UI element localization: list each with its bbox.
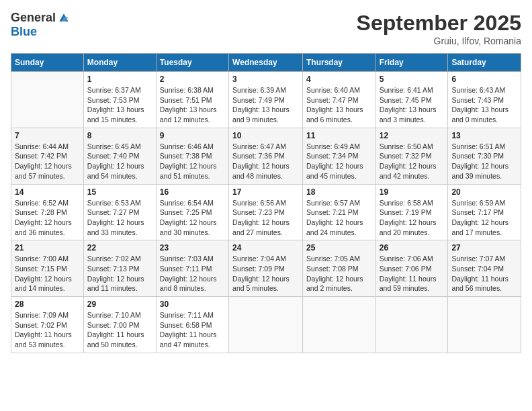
calendar-day: 16Sunrise: 6:54 AMSunset: 7:25 PMDayligh… [156, 184, 228, 240]
day-number: 4 [306, 75, 372, 84]
day-detail: Sunrise: 7:00 AMSunset: 7:15 PMDaylight:… [15, 254, 80, 293]
day-number: 6 [451, 75, 517, 84]
calendar-day: 12Sunrise: 6:50 AMSunset: 7:32 PMDayligh… [375, 128, 448, 184]
day-number: 25 [306, 243, 372, 253]
calendar-day [302, 297, 375, 353]
logo-icon [57, 11, 71, 25]
weekday-header-sunday: Sunday [11, 54, 84, 72]
day-detail: Sunrise: 6:37 AMSunset: 7:53 PMDaylight:… [87, 85, 152, 125]
day-detail: Sunrise: 7:04 AMSunset: 7:09 PMDaylight:… [232, 254, 299, 293]
location-text: Gruiu, Ilfov, Romania [357, 36, 521, 46]
weekday-header-thursday: Thursday [302, 54, 375, 72]
logo: General Blue [11, 11, 71, 39]
month-heading: September 2025 [357, 11, 521, 36]
day-detail: Sunrise: 6:58 AMSunset: 7:19 PMDaylight:… [380, 198, 445, 238]
calendar-day: 2Sunrise: 6:38 AMSunset: 7:51 PMDaylight… [156, 72, 228, 128]
day-detail: Sunrise: 6:52 AMSunset: 7:28 PMDaylight:… [15, 198, 80, 238]
calendar-day: 26Sunrise: 7:06 AMSunset: 7:06 PMDayligh… [375, 240, 448, 297]
day-detail: Sunrise: 6:56 AMSunset: 7:23 PMDaylight:… [232, 198, 299, 238]
day-number: 10 [232, 131, 299, 140]
calendar-day: 30Sunrise: 7:11 AMSunset: 6:58 PMDayligh… [156, 297, 228, 353]
calendar-day: 11Sunrise: 6:49 AMSunset: 7:34 PMDayligh… [302, 128, 375, 184]
day-number: 18 [306, 187, 372, 197]
day-number: 9 [160, 131, 225, 140]
day-detail: Sunrise: 7:05 AMSunset: 7:08 PMDaylight:… [306, 254, 372, 293]
calendar-day [11, 72, 84, 128]
calendar-day: 29Sunrise: 7:10 AMSunset: 7:00 PMDayligh… [83, 297, 156, 353]
day-number: 22 [87, 243, 152, 253]
day-detail: Sunrise: 6:59 AMSunset: 7:17 PMDaylight:… [451, 198, 517, 238]
calendar-day [229, 297, 303, 353]
day-number: 13 [451, 131, 517, 140]
calendar-table: SundayMondayTuesdayWednesdayThursdayFrid… [11, 53, 521, 353]
day-detail: Sunrise: 6:51 AMSunset: 7:30 PMDaylight:… [451, 142, 517, 181]
day-number: 24 [232, 243, 299, 253]
day-number: 16 [160, 187, 225, 197]
day-number: 28 [15, 300, 80, 309]
day-number: 19 [380, 187, 445, 197]
day-detail: Sunrise: 7:07 AMSunset: 7:04 PMDaylight:… [451, 254, 517, 293]
calendar-day: 22Sunrise: 7:02 AMSunset: 7:13 PMDayligh… [83, 240, 156, 297]
weekday-header-monday: Monday [83, 54, 156, 72]
month-title: September 2025 Gruiu, Ilfov, Romania [357, 11, 521, 46]
calendar-day: 18Sunrise: 6:57 AMSunset: 7:21 PMDayligh… [302, 184, 375, 240]
calendar-day: 19Sunrise: 6:58 AMSunset: 7:19 PMDayligh… [375, 184, 448, 240]
logo-general-text: General [11, 11, 56, 25]
calendar-day: 4Sunrise: 6:40 AMSunset: 7:47 PMDaylight… [302, 72, 375, 128]
calendar-week-1: 1Sunrise: 6:37 AMSunset: 7:53 PMDaylight… [11, 72, 521, 128]
day-number: 5 [380, 75, 445, 84]
calendar-day: 5Sunrise: 6:41 AMSunset: 7:45 PMDaylight… [375, 72, 448, 128]
day-detail: Sunrise: 6:47 AMSunset: 7:36 PMDaylight:… [232, 142, 299, 181]
calendar-day: 20Sunrise: 6:59 AMSunset: 7:17 PMDayligh… [448, 184, 521, 240]
calendar-week-3: 14Sunrise: 6:52 AMSunset: 7:28 PMDayligh… [11, 184, 521, 240]
day-number: 11 [306, 131, 372, 140]
day-number: 17 [232, 187, 299, 197]
weekday-header-saturday: Saturday [448, 54, 521, 72]
day-detail: Sunrise: 6:41 AMSunset: 7:45 PMDaylight:… [380, 85, 445, 125]
day-detail: Sunrise: 6:39 AMSunset: 7:49 PMDaylight:… [232, 85, 299, 125]
day-detail: Sunrise: 6:50 AMSunset: 7:32 PMDaylight:… [380, 142, 445, 181]
day-detail: Sunrise: 7:11 AMSunset: 6:58 PMDaylight:… [160, 310, 225, 350]
day-detail: Sunrise: 6:49 AMSunset: 7:34 PMDaylight:… [306, 142, 372, 181]
calendar-day [375, 297, 448, 353]
calendar-day: 9Sunrise: 6:46 AMSunset: 7:38 PMDaylight… [156, 128, 228, 184]
day-number: 27 [451, 243, 517, 253]
logo-blue-text: Blue [11, 25, 37, 39]
day-detail: Sunrise: 7:09 AMSunset: 7:02 PMDaylight:… [15, 310, 80, 350]
day-number: 29 [87, 300, 152, 309]
day-number: 3 [232, 75, 299, 84]
day-detail: Sunrise: 6:53 AMSunset: 7:27 PMDaylight:… [87, 198, 152, 238]
day-detail: Sunrise: 7:10 AMSunset: 7:00 PMDaylight:… [87, 310, 152, 350]
day-detail: Sunrise: 6:43 AMSunset: 7:43 PMDaylight:… [451, 85, 517, 125]
day-number: 1 [87, 75, 152, 84]
day-detail: Sunrise: 6:45 AMSunset: 7:40 PMDaylight:… [87, 142, 152, 181]
day-number: 14 [15, 187, 80, 197]
day-detail: Sunrise: 6:40 AMSunset: 7:47 PMDaylight:… [306, 85, 372, 125]
day-number: 7 [15, 131, 80, 140]
calendar-day: 24Sunrise: 7:04 AMSunset: 7:09 PMDayligh… [229, 240, 303, 297]
day-detail: Sunrise: 7:06 AMSunset: 7:06 PMDaylight:… [380, 254, 445, 293]
calendar-day: 13Sunrise: 6:51 AMSunset: 7:30 PMDayligh… [448, 128, 521, 184]
calendar-day: 17Sunrise: 6:56 AMSunset: 7:23 PMDayligh… [229, 184, 303, 240]
calendar-day: 25Sunrise: 7:05 AMSunset: 7:08 PMDayligh… [302, 240, 375, 297]
page-header: General Blue September 2025 Gruiu, Ilfov… [11, 11, 521, 46]
calendar-week-4: 21Sunrise: 7:00 AMSunset: 7:15 PMDayligh… [11, 240, 521, 297]
day-number: 20 [451, 187, 517, 197]
weekday-header-tuesday: Tuesday [156, 54, 228, 72]
weekday-header-wednesday: Wednesday [229, 54, 303, 72]
day-detail: Sunrise: 6:46 AMSunset: 7:38 PMDaylight:… [160, 142, 225, 181]
calendar-day: 21Sunrise: 7:00 AMSunset: 7:15 PMDayligh… [11, 240, 84, 297]
calendar-day: 14Sunrise: 6:52 AMSunset: 7:28 PMDayligh… [11, 184, 84, 240]
day-number: 2 [160, 75, 225, 84]
calendar-week-5: 28Sunrise: 7:09 AMSunset: 7:02 PMDayligh… [11, 297, 521, 353]
day-number: 8 [87, 131, 152, 140]
day-number: 26 [380, 243, 445, 253]
day-number: 12 [380, 131, 445, 140]
calendar-day: 1Sunrise: 6:37 AMSunset: 7:53 PMDaylight… [83, 72, 156, 128]
day-number: 30 [160, 300, 225, 309]
calendar-day: 8Sunrise: 6:45 AMSunset: 7:40 PMDaylight… [83, 128, 156, 184]
day-detail: Sunrise: 6:57 AMSunset: 7:21 PMDaylight:… [306, 198, 372, 238]
day-detail: Sunrise: 6:54 AMSunset: 7:25 PMDaylight:… [160, 198, 225, 238]
day-detail: Sunrise: 6:38 AMSunset: 7:51 PMDaylight:… [160, 85, 225, 125]
calendar-day: 15Sunrise: 6:53 AMSunset: 7:27 PMDayligh… [83, 184, 156, 240]
